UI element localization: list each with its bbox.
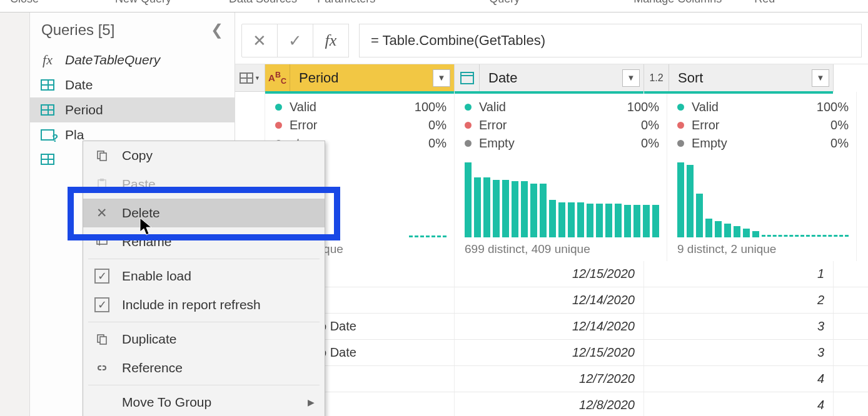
formula-cancel-button[interactable]: ✕	[241, 24, 278, 57]
menu-enable-load[interactable]: ✓ Enable load	[83, 262, 325, 290]
column-filter-button[interactable]: ▼	[622, 69, 640, 87]
quality-bar	[455, 91, 643, 94]
fx-icon: fx	[39, 53, 56, 67]
table-row[interactable]: us Week12/7/20204	[235, 366, 868, 392]
menu-separator	[88, 259, 320, 259]
empty-dot-icon	[465, 140, 472, 147]
reference-icon	[93, 364, 111, 372]
query-label: Pla	[65, 127, 84, 142]
collapse-sidebar-icon[interactable]: ❮	[211, 21, 223, 39]
cell-sort[interactable]: 3	[644, 340, 834, 365]
column-header-date[interactable]: Date ▼	[455, 64, 644, 92]
select-all-corner[interactable]: ▼	[235, 64, 265, 92]
error-dot-icon	[677, 122, 684, 129]
query-period[interactable]: Period	[30, 97, 235, 122]
x-icon: ✕	[253, 31, 266, 51]
type-number-icon[interactable]: 1.2	[644, 64, 669, 91]
table-row[interactable]: day12/14/20202	[235, 287, 868, 314]
ribbon-close[interactable]: Close	[0, 0, 49, 4]
column-header-sort[interactable]: 1.2 Sort ▼	[644, 64, 834, 92]
menu-separator	[88, 385, 320, 385]
valid-label: Valid	[479, 100, 506, 114]
error-label: Error	[692, 118, 719, 132]
column-filter-button[interactable]: ▼	[433, 69, 450, 87]
cell-sort[interactable]: 2	[644, 287, 834, 313]
menu-include-refresh[interactable]: ✓ Include in report refresh	[83, 290, 325, 319]
type-date-icon[interactable]	[455, 64, 480, 91]
cell-date[interactable]: 12/7/2020	[455, 366, 644, 392]
empty-value: 0%	[641, 136, 659, 151]
ribbon-query[interactable]: Query	[479, 0, 530, 4]
error-value: 0%	[641, 118, 659, 132]
svg-rect-1	[100, 153, 106, 161]
column-header-period[interactable]: ABC Period ▼	[265, 64, 455, 92]
editor-area: ✕ ✓ fx = Table.Combine(GetTables) ▼ ABC …	[235, 12, 868, 416]
error-label: Error	[479, 118, 507, 132]
profile-sort: Valid100% Error0% Empty0% 9 distinct, 2 …	[667, 92, 857, 261]
ribbon-parameters[interactable]: Parameters	[307, 0, 385, 4]
valid-dot-icon	[275, 104, 282, 111]
queries-title: Queries [5]	[41, 21, 114, 39]
query-date[interactable]: Date	[30, 72, 235, 97]
ribbon-data-sources[interactable]: Data Sources	[219, 0, 307, 4]
menu-rename[interactable]: Rename	[83, 227, 325, 256]
menu-label: Duplicate	[122, 332, 177, 347]
empty-dot-icon	[677, 140, 684, 147]
table-row[interactable]: 12/15/20201	[235, 261, 868, 287]
cell-date[interactable]: 12/15/2020	[455, 261, 644, 287]
cell-sort[interactable]: 4	[644, 366, 834, 392]
svg-rect-2	[98, 180, 106, 189]
checkbox-checked-icon: ✓	[93, 269, 111, 284]
cell-date[interactable]: 12/8/2020	[455, 392, 644, 416]
table-row[interactable]: t Week to Date12/14/20203	[235, 314, 868, 340]
cell-sort[interactable]: 4	[644, 392, 834, 416]
table-row[interactable]: t Week to Date12/15/20203	[235, 340, 868, 366]
formula-commit-button[interactable]: ✓	[277, 24, 313, 57]
menu-label: Paste	[122, 177, 156, 192]
valid-value: 100%	[415, 100, 447, 114]
valid-dot-icon	[465, 104, 472, 111]
valid-dot-icon	[677, 104, 684, 111]
menu-paste: Paste	[83, 170, 325, 199]
column-filter-button[interactable]: ▼	[812, 69, 829, 87]
query-datetablequery[interactable]: fx DateTableQuery	[30, 47, 235, 72]
menu-move-to-group[interactable]: Move To Group ▶	[83, 388, 325, 416]
svg-rect-3	[100, 179, 104, 181]
queries-header[interactable]: Queries [5] ❮	[30, 12, 235, 42]
table-icon	[39, 152, 56, 166]
profile-date: Valid100% Error0% Empty0% 699 distinct, …	[455, 92, 667, 261]
table-row[interactable]: us Week12/8/20204	[235, 392, 868, 416]
menu-label: Reference	[122, 360, 183, 375]
formula-fx-button[interactable]: fx	[313, 24, 349, 57]
histogram-date	[465, 156, 659, 237]
column-name: Date	[480, 70, 622, 86]
cell-sort[interactable]: 3	[644, 314, 834, 339]
column-name: Sort	[669, 70, 812, 86]
check-icon: ✓	[288, 31, 302, 51]
menu-duplicate[interactable]: Duplicate	[83, 325, 325, 354]
distinct-label: 9 distinct, 2 unique	[677, 242, 849, 256]
table-icon	[39, 103, 56, 117]
valid-value: 100%	[817, 100, 849, 114]
ribbon-manage-columns[interactable]: Manage Columns	[623, 0, 732, 4]
ribbon: Close New Query Data Sources Parameters …	[0, 0, 868, 12]
menu-separator	[88, 322, 320, 322]
cell-date[interactable]: 12/14/2020	[455, 314, 644, 339]
formula-input[interactable]: = Table.Combine(GetTables)	[359, 24, 862, 57]
menu-label: Copy	[122, 148, 153, 163]
ribbon-reduce[interactable]: Red	[744, 0, 785, 4]
menu-delete[interactable]: ✕ Delete	[83, 199, 325, 227]
rename-icon	[93, 235, 111, 248]
valid-label: Valid	[290, 100, 316, 114]
query-label: Date	[65, 77, 93, 92]
table-question-icon: ?	[39, 128, 56, 142]
menu-copy[interactable]: Copy	[83, 141, 325, 170]
cell-date[interactable]: 12/15/2020	[455, 340, 644, 365]
type-text-icon[interactable]: ABC	[265, 64, 290, 91]
submenu-arrow-icon: ▶	[308, 397, 315, 407]
menu-label: Include in report refresh	[122, 297, 261, 312]
menu-reference[interactable]: Reference	[83, 354, 325, 382]
cell-sort[interactable]: 1	[644, 261, 834, 287]
cell-date[interactable]: 12/14/2020	[455, 287, 644, 313]
ribbon-new-query[interactable]: New Query	[105, 0, 181, 4]
